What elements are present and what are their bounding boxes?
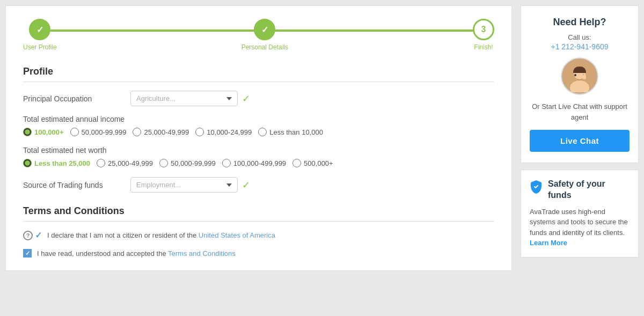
- step-circle-finish: 3: [473, 19, 494, 40]
- safety-header: Safety of your funds: [530, 179, 630, 201]
- safety-text: AvaTrade uses high-end systems and tools…: [530, 207, 630, 248]
- nw-label-50k-99k: 50,000-99,999: [171, 159, 216, 167]
- income-label-100k-plus: 100,000+: [34, 128, 64, 136]
- trading-funds-row: Source of Trading funds Employment... ✓: [23, 177, 494, 193]
- nw-option-50k-99k[interactable]: 50,000-99,999: [159, 159, 216, 167]
- page-wrapper: ✓ User Profile ✓ Personal Details 3 Fini…: [0, 0, 644, 276]
- phone-number: +1 212-941-9609: [530, 42, 630, 51]
- sidebar: Need Help? Call us: +1 212-941-9609 Or S…: [521, 5, 639, 271]
- usa-link[interactable]: United States of America: [199, 231, 275, 239]
- step-label-personal-details: Personal Details: [241, 43, 288, 51]
- net-worth-group-label: Total estimated net worth: [23, 146, 494, 155]
- live-chat-intro-text: Or Start Live Chat with support agent: [530, 101, 630, 122]
- info-icon: ?: [23, 231, 33, 240]
- trading-funds-control: Employment... ✓: [130, 177, 250, 193]
- nw-option-500k-plus[interactable]: 500,000+: [292, 159, 333, 167]
- principal-occupation-label: Principal Occupation: [23, 94, 130, 103]
- nw-label-500k-plus: 500,000+: [304, 159, 333, 167]
- need-help-title: Need Help?: [530, 17, 630, 28]
- step-personal-details: ✓ Personal Details: [241, 19, 288, 51]
- agent-avatar: [561, 57, 598, 95]
- net-worth-group: Total estimated net worth Less than 25,0…: [23, 146, 494, 167]
- nw-label-25k-49k: 25,000-49,999: [108, 159, 153, 167]
- nw-option-100k-499k[interactable]: 100,000-499,999: [222, 159, 286, 167]
- principal-occupation-row: Principal Occupation Agriculture... ✓: [23, 91, 494, 106]
- net-worth-radio-options: Less than 25,000 25,000-49,999 50,000-99…: [23, 159, 494, 167]
- income-option-10k-24k[interactable]: 10,000-24,999: [195, 128, 252, 136]
- step-circle-personal-details: ✓: [254, 19, 275, 40]
- trading-funds-select[interactable]: Employment...: [130, 177, 238, 193]
- terms-icons-2: ✓: [23, 249, 32, 258]
- progress-steps: ✓ User Profile ✓ Personal Details 3 Fini…: [23, 19, 494, 51]
- terms-icons-1: ? ✓: [23, 230, 42, 240]
- learn-more-link[interactable]: Learn More: [530, 239, 567, 247]
- step-user-profile: ✓ User Profile: [23, 19, 57, 51]
- nw-label-less-25k: Less than 25,000: [34, 159, 90, 167]
- trading-funds-label: Source of Trading funds: [23, 181, 130, 189]
- checkbox-terms[interactable]: ✓: [23, 249, 32, 258]
- step-label-user-profile: User Profile: [23, 43, 57, 51]
- step-label-finish: Finish!: [474, 43, 493, 51]
- income-option-less-10k[interactable]: Less than 10,000: [258, 128, 323, 136]
- nw-label-100k-499k: 100,000-499,999: [233, 159, 286, 167]
- income-label-10k-24k: 10,000-24,999: [207, 128, 252, 136]
- main-panel: ✓ User Profile ✓ Personal Details 3 Fini…: [5, 5, 512, 271]
- shield-icon: [530, 180, 543, 197]
- principal-occupation-select[interactable]: Agriculture...: [130, 91, 238, 106]
- call-label: Call us:: [530, 33, 630, 41]
- income-label-less-10k: Less than 10,000: [269, 128, 323, 136]
- income-radio-options: 100,000+ 50,000-99,999 25,000-49,999 10,…: [23, 128, 494, 136]
- terms-conditions-link[interactable]: Terms and Conditions: [168, 249, 236, 258]
- income-label-25k-49k: 25,000-49,999: [144, 128, 189, 136]
- terms-row-2: ✓ I have read, understood and accepted t…: [23, 249, 494, 258]
- safety-title: Safety of your funds: [548, 179, 630, 201]
- income-group-label: Total estimated annual income: [23, 115, 494, 123]
- nw-option-25k-49k[interactable]: 25,000-49,999: [97, 159, 153, 167]
- safety-panel: Safety of your funds AvaTrade uses high-…: [521, 170, 639, 258]
- income-option-50k-99k[interactable]: 50,000-99,999: [70, 128, 127, 136]
- step-circle-user-profile: ✓: [29, 19, 50, 40]
- need-help-panel: Need Help? Call us: +1 212-941-9609 Or S…: [521, 5, 639, 163]
- trading-funds-check: ✓: [242, 179, 250, 191]
- income-option-25k-49k[interactable]: 25,000-49,999: [133, 128, 189, 136]
- income-group: Total estimated annual income 100,000+ 5…: [23, 115, 494, 136]
- nw-option-less-25k[interactable]: Less than 25,000: [23, 159, 90, 167]
- terms-row-1: ? ✓ I declare that I am not a citizen or…: [23, 230, 494, 240]
- principal-occupation-check: ✓: [242, 93, 250, 105]
- terms-text-2: I have read, understood and accepted the…: [37, 249, 236, 258]
- terms-section: Terms and Conditions ? ✓ I declare that …: [23, 205, 494, 258]
- live-chat-button[interactable]: Live Chat: [530, 130, 630, 152]
- income-label-50k-99k: 50,000-99,999: [82, 128, 127, 136]
- progress-bar: ✓ User Profile ✓ Personal Details 3 Fini…: [23, 19, 494, 51]
- profile-section-title: Profile: [23, 66, 494, 82]
- principal-occupation-control: Agriculture... ✓: [130, 91, 250, 106]
- svg-rect-5: [583, 74, 586, 79]
- terms-text-1: I declare that I am not a citizen or res…: [47, 231, 275, 239]
- step-finish: 3 Finish!: [473, 19, 494, 51]
- terms-title: Terms and Conditions: [23, 205, 494, 222]
- svg-point-3: [574, 74, 576, 76]
- income-option-100k-plus[interactable]: 100,000+: [23, 128, 64, 136]
- check-mark-icon-1: ✓: [35, 230, 42, 240]
